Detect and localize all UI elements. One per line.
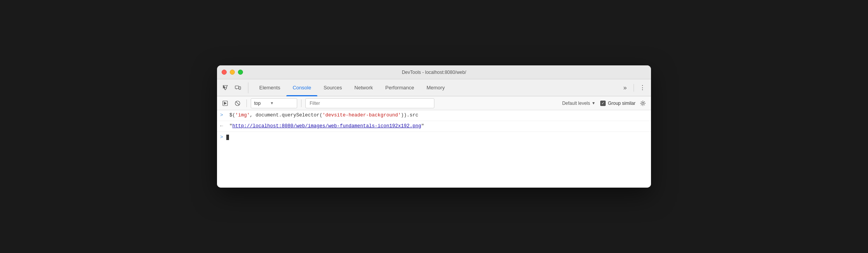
- svg-line-7: [236, 101, 239, 105]
- filter-input[interactable]: [305, 98, 434, 108]
- console-output-link[interactable]: http://localhost:8080/web/images/web-fun…: [232, 123, 422, 129]
- console-text-output: "http://localhost:8080/web/images/web-fu…: [229, 123, 648, 130]
- code-part-1: $(: [229, 113, 235, 118]
- clear-console-button[interactable]: [232, 98, 243, 108]
- toolbar-divider-1: [246, 99, 247, 107]
- console-body: > $('img', document.querySelector('devsi…: [217, 110, 651, 188]
- tab-network[interactable]: Network: [348, 79, 379, 96]
- device-toolbar-button[interactable]: [232, 82, 243, 93]
- devtools-window: DevTools - localhost:8080/web/: [217, 65, 651, 188]
- window-title: DevTools - localhost:8080/web/: [402, 70, 466, 75]
- svg-marker-5: [224, 102, 227, 105]
- tab-sources[interactable]: Sources: [317, 79, 348, 96]
- default-levels-button[interactable]: Default levels ▼: [560, 100, 598, 107]
- console-input-row[interactable]: >: [217, 132, 651, 143]
- context-selector[interactable]: top ▼: [251, 98, 297, 108]
- group-similar-toggle[interactable]: ✓ Group similar: [600, 101, 636, 106]
- more-tabs-button[interactable]: »: [620, 82, 630, 93]
- code-part-3: , document.querySelector(: [250, 113, 323, 118]
- console-entry-input: > $('img', document.querySelector('devsi…: [217, 110, 651, 121]
- tab-memory[interactable]: Memory: [420, 79, 451, 96]
- tab-bar: Elements Console Sources Network Perform…: [217, 79, 651, 96]
- console-cursor: [226, 135, 229, 140]
- tabs: Elements Console Sources Network Perform…: [253, 79, 620, 96]
- tab-performance[interactable]: Performance: [379, 79, 420, 96]
- quote-open: ": [229, 123, 232, 129]
- toolbar-divider-2: [301, 99, 301, 107]
- group-similar-checkbox[interactable]: ✓: [600, 101, 606, 106]
- svg-point-8: [642, 102, 644, 104]
- tab-icons: [220, 82, 248, 93]
- tab-console[interactable]: Console: [286, 79, 317, 96]
- tab-divider: [634, 84, 634, 92]
- svg-rect-1: [239, 87, 241, 89]
- code-part-4: 'devsite-header-background': [322, 113, 401, 118]
- code-part-2: 'img': [235, 113, 250, 118]
- quote-close: ": [421, 123, 424, 129]
- console-prompt-output: ←: [220, 123, 226, 129]
- devtools-menu-button[interactable]: ⋮: [637, 82, 648, 93]
- close-button[interactable]: [222, 70, 227, 75]
- minimize-button[interactable]: [230, 70, 235, 75]
- console-text-input: $('img', document.querySelector('devsite…: [229, 112, 648, 119]
- console-input-prompt: >: [220, 134, 223, 140]
- svg-rect-0: [235, 86, 239, 89]
- console-prompt-input: >: [220, 112, 226, 118]
- title-bar: DevTools - localhost:8080/web/: [217, 65, 651, 79]
- execute-context-button[interactable]: [220, 98, 230, 108]
- tab-elements[interactable]: Elements: [253, 79, 286, 96]
- maximize-button[interactable]: [238, 70, 243, 75]
- console-entry-output: ← "http://localhost:8080/web/images/web-…: [217, 121, 651, 132]
- settings-button[interactable]: [638, 98, 648, 108]
- tab-bar-right: » ⋮: [620, 82, 648, 93]
- console-toolbar: top ▼ Default levels ▼ ✓ Group similar: [217, 96, 651, 110]
- code-part-5: )).src: [401, 113, 418, 118]
- traffic-lights: [222, 70, 243, 75]
- inspect-element-button[interactable]: [220, 82, 231, 93]
